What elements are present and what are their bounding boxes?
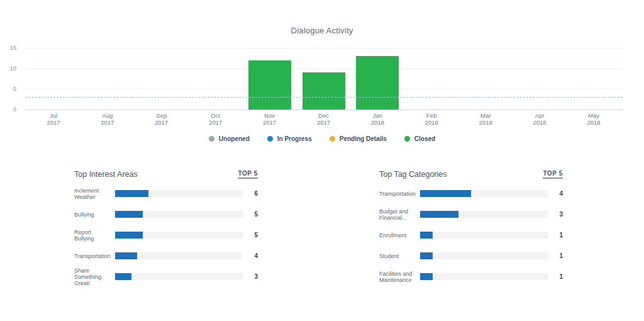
legend-item-in-progress[interactable]: In Progress [267, 135, 312, 142]
closed-dot-icon [404, 136, 410, 142]
hbar-value: 3 [248, 273, 258, 280]
hbar-fill [420, 273, 433, 280]
x-label-Mar-2018: Mar2018 [464, 112, 508, 126]
hbar-track [420, 190, 548, 197]
hbar-value: 1 [553, 232, 563, 239]
x-label-month: Sep [140, 112, 184, 119]
hbar-row-inclement-weather: Inclement Weather6 [74, 183, 258, 204]
top-interest-areas-rows: Inclement Weather6Bullying5Report Bullyi… [74, 183, 258, 287]
hbar-fill [115, 273, 131, 280]
hbar-label: Facilities and Maintenance [379, 271, 416, 283]
legend-label: In Progress [277, 135, 312, 142]
legend-label: Unopened [219, 135, 250, 142]
x-label-month: Feb [409, 112, 453, 119]
top-interest-areas-title: Top Interest Areas [74, 170, 138, 179]
hbar-track [115, 252, 243, 259]
hbar-fill [115, 190, 148, 197]
top-tag-categories-top5-link[interactable]: TOP 5 [543, 170, 563, 179]
pending-details-dot-icon [330, 136, 335, 142]
legend-item-unopened[interactable]: Unopened [209, 135, 250, 142]
x-label-year: 2017 [86, 119, 130, 126]
hbar-track [420, 252, 548, 259]
legend-label: Closed [414, 135, 435, 142]
x-label-Aug-2017: Aug2017 [86, 112, 130, 126]
hbar-value: 4 [553, 190, 563, 197]
legend-item-pending-details[interactable]: Pending Details [330, 135, 387, 142]
y-tick-10: 10 [0, 65, 16, 72]
legend-label: Pending Details [340, 135, 387, 142]
hbar-track [420, 232, 548, 239]
hbar-row-student: Student1 [379, 245, 563, 266]
y-tick-0: 0 [0, 106, 16, 113]
hbar-label: Inclement Weather [74, 188, 111, 200]
top-tag-categories-title: Top Tag Categories [379, 170, 447, 179]
hbar-label: Share Something Great! [74, 268, 111, 286]
hbar-track [115, 190, 243, 197]
activity-bar-Jan-2018-closed[interactable] [356, 56, 399, 110]
hbar-fill [420, 211, 458, 218]
hbar-value: 4 [248, 252, 258, 259]
x-label-Sep-2017: Sep2017 [140, 112, 184, 126]
x-label-month: Dec [302, 112, 346, 119]
activity-bar-Nov-2017-closed[interactable] [248, 60, 291, 110]
hbar-fill [115, 232, 143, 239]
x-label-month: Oct [194, 112, 238, 119]
top-interest-areas-top5-link[interactable]: TOP 5 [238, 170, 258, 179]
x-label-year: 2018 [518, 119, 562, 126]
hbar-value: 5 [248, 232, 258, 239]
hbar-label: Transportation [379, 191, 416, 197]
x-label-Nov-2017: Nov2017 [248, 112, 292, 126]
x-label-Apr-2018: Apr2018 [518, 112, 562, 126]
x-label-Jul-2017: Jul2017 [31, 112, 75, 126]
x-label-month: Apr [518, 112, 562, 119]
x-label-Oct-2017: Oct2017 [194, 112, 238, 126]
hbar-value: 1 [553, 252, 563, 259]
hbar-track [420, 211, 548, 218]
hbar-row-bullying: Bullying5 [74, 204, 258, 225]
top-tag-categories-rows: Transportation4Budget and Financial...3E… [379, 183, 563, 287]
gridline-0 [25, 110, 623, 110]
hbar-track [420, 273, 548, 280]
x-label-month: May [572, 112, 616, 119]
hbar-value: 3 [553, 211, 563, 218]
legend-item-closed[interactable]: Closed [404, 135, 435, 142]
x-label-month: Jul [31, 112, 75, 119]
x-label-month: Mar [464, 112, 508, 119]
activity-plot [25, 48, 623, 110]
hbar-label: Bullying [74, 211, 111, 218]
hbar-label: Report Bullying [74, 229, 111, 242]
x-label-Dec-2017: Dec2017 [302, 112, 346, 126]
activity-chart-title: Dialogue Activity [0, 26, 644, 35]
top-interest-areas-panel: Top Interest Areas TOP 5 Inclement Weath… [74, 166, 258, 287]
x-label-year: 2017 [194, 119, 238, 126]
activity-y-axis: 051015 [0, 0, 19, 132]
activity-bar-Dec-2017-closed[interactable] [303, 72, 345, 110]
hbar-track [115, 232, 243, 239]
hbar-row-share-something-great: Share Something Great!3 [74, 266, 258, 287]
hbar-track [115, 273, 243, 280]
hbar-label: Enrollment [379, 232, 416, 239]
hbar-fill [420, 190, 471, 197]
hbar-value: 6 [248, 190, 258, 197]
x-label-Jan-2018: Jan2018 [355, 112, 399, 126]
x-label-year: 2018 [355, 119, 399, 126]
panel-header: Top Tag Categories TOP 5 [379, 166, 563, 179]
x-label-year: 2018 [409, 119, 453, 126]
hbar-row-transportation: Transportation4 [379, 183, 563, 204]
gridline-15 [25, 48, 623, 48]
hbar-fill [115, 252, 137, 259]
hbar-track [115, 211, 243, 218]
panel-header: Top Interest Areas TOP 5 [74, 166, 258, 179]
unopened-dot-icon [209, 136, 214, 142]
x-label-month: Nov [248, 112, 292, 119]
x-label-May-2018: May2018 [572, 112, 616, 126]
hbar-label: Student [379, 253, 416, 259]
x-label-month: Jan [355, 112, 399, 119]
activity-legend: UnopenedIn ProgressPending DetailsClosed [0, 135, 644, 142]
y-tick-15: 15 [0, 44, 16, 51]
x-label-year: 2017 [248, 119, 292, 126]
x-label-year: 2018 [464, 119, 508, 126]
hbar-row-enrollment: Enrollment1 [379, 225, 563, 245]
gridline-10 [25, 69, 623, 69]
hbar-value: 5 [248, 211, 258, 218]
